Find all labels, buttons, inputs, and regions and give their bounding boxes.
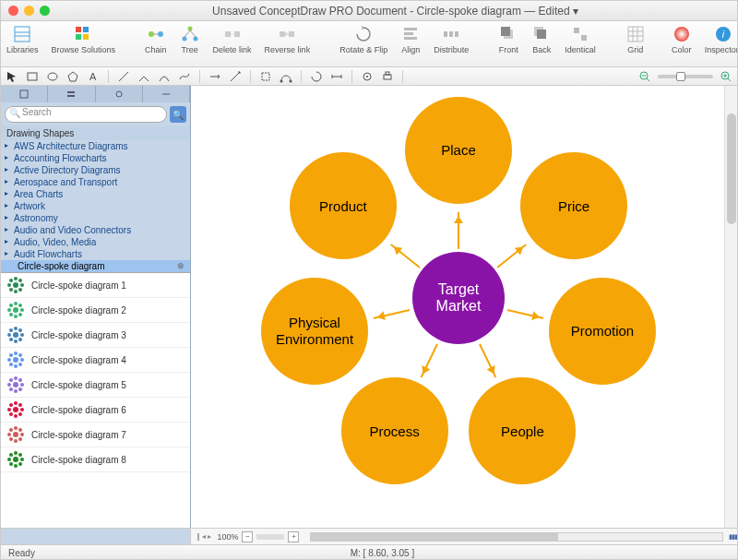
thumb-item[interactable]: Circle-spoke diagram 8 <box>1 447 190 472</box>
spoke-node[interactable]: Process <box>341 377 448 484</box>
direct-connector-tool[interactable] <box>228 69 243 84</box>
svg-rect-53 <box>20 90 28 98</box>
dimension-tool[interactable] <box>329 69 344 84</box>
front-button[interactable]: Front <box>498 24 518 54</box>
back-button[interactable]: Back <box>531 24 552 54</box>
category-item[interactable]: Audio, Video, Media <box>1 236 190 248</box>
svg-rect-54 <box>67 91 75 93</box>
grid-button[interactable]: Grid <box>625 24 646 54</box>
spoke-node[interactable]: People <box>469 377 576 484</box>
text-tool[interactable]: A <box>86 69 101 84</box>
smart-connector-tool[interactable] <box>208 69 222 84</box>
category-item[interactable]: Area Charts <box>1 188 190 200</box>
canvas[interactable]: PlacePricePromotionPeopleProcessPhysical… <box>191 86 737 528</box>
svg-text:A: A <box>89 71 97 82</box>
category-item[interactable]: Audio and Video Connectors <box>1 224 190 236</box>
svg-point-101 <box>18 387 22 391</box>
spoke-node[interactable]: Promotion <box>549 278 656 385</box>
thumb-item[interactable]: Circle-spoke diagram 5 <box>1 373 190 398</box>
category-item-selected[interactable]: Circle-spoke diagram <box>1 260 190 272</box>
color-button[interactable]: Color <box>672 24 692 54</box>
delete-link-button[interactable]: Delete link <box>213 24 252 54</box>
category-item[interactable]: Artwork <box>1 200 190 212</box>
zoom-in-icon[interactable] <box>719 69 733 84</box>
svg-rect-24 <box>449 31 453 37</box>
rotate-flip-button[interactable]: Rotate & Flip <box>339 24 387 54</box>
thumb-item[interactable]: Circle-spoke diagram 6 <box>1 398 190 423</box>
svg-point-76 <box>14 327 18 330</box>
category-item[interactable]: Accounting Flowcharts <box>1 152 190 164</box>
zoom-out-icon[interactable] <box>637 69 652 84</box>
side-tab-4[interactable] <box>143 86 190 102</box>
svg-point-72 <box>18 304 22 307</box>
spoke-node[interactable]: Price <box>520 152 627 259</box>
thumb-label: Circle-spoke diagram 6 <box>31 405 126 415</box>
svg-point-89 <box>9 353 13 357</box>
browse-solutions-button[interactable]: Browse Solutions <box>52 24 116 54</box>
line-tool[interactable] <box>116 69 131 84</box>
chain-button[interactable]: Chain <box>145 24 167 54</box>
thumb-item[interactable]: Circle-spoke diagram 2 <box>1 298 190 323</box>
close-window-button[interactable] <box>8 6 18 16</box>
thumb-item[interactable]: Circle-spoke diagram 1 <box>1 273 190 298</box>
category-item[interactable]: Audit Flowcharts <box>1 248 190 260</box>
print-tool[interactable] <box>380 69 395 84</box>
distribute-button[interactable]: Distribute <box>434 24 469 54</box>
category-item[interactable]: Aerospace and Transport <box>1 176 190 188</box>
side-tab-3[interactable] <box>96 86 143 102</box>
svg-rect-27 <box>501 27 510 36</box>
identical-button[interactable]: Identical <box>565 24 596 54</box>
search-button[interactable]: 🔍 <box>170 106 186 123</box>
svg-point-91 <box>9 363 13 366</box>
svg-point-97 <box>20 383 24 387</box>
tree-button[interactable]: Tree <box>180 24 200 54</box>
category-item[interactable]: Astronomy <box>1 212 190 224</box>
horizontal-scrollbar[interactable] <box>310 532 723 542</box>
zoom-minus-button[interactable]: − <box>242 531 253 542</box>
svg-point-99 <box>18 378 22 382</box>
polygon-tool[interactable] <box>65 69 80 84</box>
vertical-scrollbar[interactable] <box>724 86 737 528</box>
spoke-node[interactable]: Place <box>405 97 512 204</box>
svg-rect-39 <box>262 73 269 80</box>
rotate-tool[interactable] <box>309 69 324 84</box>
connector-tool[interactable] <box>137 69 151 84</box>
thumb-label: Circle-spoke diagram 4 <box>31 355 126 365</box>
thumb-label: Circle-spoke diagram 1 <box>31 280 126 291</box>
zoom-plus-button[interactable]: + <box>288 531 299 542</box>
snap-tool[interactable] <box>360 69 375 84</box>
crop-tool[interactable] <box>258 69 273 84</box>
ellipse-tool[interactable] <box>45 69 60 84</box>
spoke-node[interactable]: Product <box>290 152 397 259</box>
svg-line-13 <box>184 30 190 37</box>
thumb-item[interactable]: Circle-spoke diagram 4 <box>1 348 190 373</box>
thumb-item[interactable]: Circle-spoke diagram 7 <box>1 423 190 447</box>
category-item[interactable]: Active Directory Diagrams <box>1 164 190 176</box>
libraries-button[interactable]: Libraries <box>6 24 39 54</box>
svg-point-41 <box>290 79 292 82</box>
arc-tool[interactable] <box>157 69 172 84</box>
side-tab-1[interactable] <box>1 86 48 102</box>
align-button[interactable]: Align <box>400 24 421 54</box>
search-input[interactable]: Search <box>5 106 167 123</box>
spline-tool[interactable] <box>177 69 192 84</box>
category-item[interactable]: AWS Architecture Diagrams <box>1 140 190 152</box>
svg-point-82 <box>9 338 13 341</box>
rect-tool[interactable] <box>25 69 40 84</box>
svg-point-102 <box>13 407 18 412</box>
bezier-tool[interactable] <box>279 69 293 84</box>
side-tab-2[interactable] <box>48 86 95 102</box>
inspectors-button[interactable]: i Inspectors <box>705 24 738 54</box>
reverse-link-button[interactable]: Reverse link <box>265 24 311 54</box>
zoom-slider-thumb[interactable] <box>676 72 685 81</box>
minimize-window-button[interactable] <box>24 6 34 16</box>
thumb-icon <box>6 300 26 320</box>
zoom-window-button[interactable] <box>40 6 50 16</box>
center-node[interactable]: TargetMarket <box>412 252 505 344</box>
svg-rect-20 <box>404 28 417 30</box>
svg-rect-45 <box>386 72 389 75</box>
svg-point-111 <box>13 432 18 437</box>
thumb-item[interactable]: Circle-spoke diagram 3 <box>1 323 190 348</box>
spoke-node[interactable]: Physical Environment <box>261 278 368 385</box>
pointer-tool[interactable] <box>5 69 19 84</box>
